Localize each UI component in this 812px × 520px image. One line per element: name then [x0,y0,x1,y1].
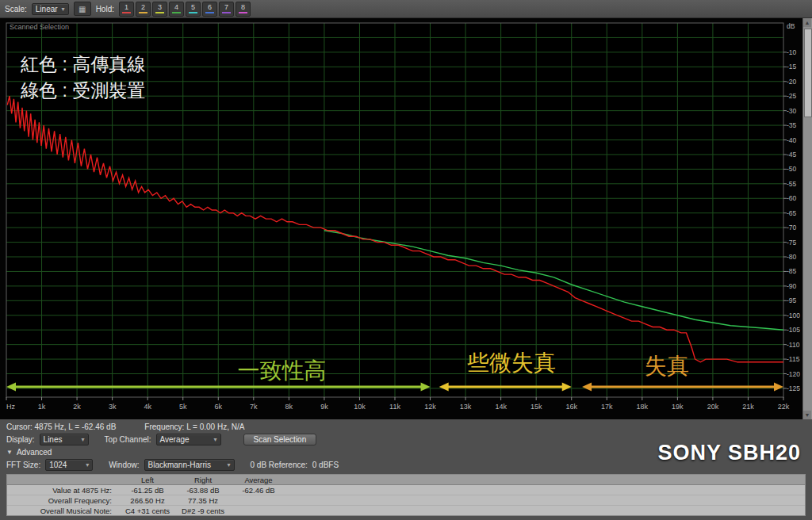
expand-triangle-icon: ▼ [6,449,13,456]
svg-text:-25: -25 [787,92,797,100]
scroll-down-icon[interactable]: ▼ [803,411,811,419]
fft-size-value: 1024 [49,461,67,469]
svg-text:-120: -120 [787,370,800,378]
svg-text:-45: -45 [787,151,797,159]
chevron-down-icon: ▾ [82,436,85,443]
svg-text:-125: -125 [787,384,800,392]
annotation-label: 失真 [645,354,689,378]
reference-value: 0 dBFS [312,461,339,469]
table-cell: C4 +31 cents [120,507,175,515]
svg-text:3k: 3k [109,403,117,411]
table-row: Overall Frequency: 266.50 Hz 77.35 Hz [7,495,805,506]
svg-text:6k: 6k [215,403,223,411]
svg-text:-110: -110 [787,341,800,349]
scroll-up-icon[interactable]: ▲ [803,18,811,27]
hold-color-swatch [205,12,214,13]
device-name-watermark: SONY SBH20 [657,441,801,465]
spectrum-plot[interactable]: Hz1k2k3k4k5k6k7k8k9k10k11k12k13k14k15k16… [0,18,812,419]
display-select[interactable]: Lines ▾ [40,434,89,445]
display-value: Lines [44,435,63,444]
svg-text:-85: -85 [787,267,797,275]
hold-button-5[interactable]: 5 [186,2,201,17]
svg-text:-70: -70 [787,224,797,231]
svg-text:20k: 20k [707,403,719,411]
chevron-down-icon: ▾ [228,461,231,468]
top-channel-select[interactable]: Average ▾ [156,434,221,445]
scanned-selection-label: Scanned Selection [10,23,69,31]
scale-value: Linear [36,5,58,13]
svg-text:21k: 21k [742,403,754,411]
svg-text:-60: -60 [787,194,797,202]
svg-text:-55: -55 [787,180,797,188]
hold-button-6[interactable]: 6 [202,2,217,17]
reference-label: 0 dB Reference: [251,461,308,469]
svg-text:-30: -30 [787,107,797,115]
table-header-right: Right [175,476,231,484]
hold-button-7[interactable]: 7 [219,2,234,17]
table-header-row: Left Right Average [7,475,805,485]
svg-text:-90: -90 [787,282,797,290]
table-header-average: Average [231,476,286,484]
svg-text:5k: 5k [179,403,187,411]
svg-text:-65: -65 [787,209,797,217]
hold-color-swatch [155,12,164,13]
scale-select[interactable]: Linear ▾ [32,3,69,15]
svg-text:Hz: Hz [6,403,15,411]
scale-label: Scale: [5,5,27,13]
svg-text:1k: 1k [38,403,46,411]
copy-graph-button[interactable]: ▦ [74,2,91,16]
table-cell: -61.25 dB [120,486,175,495]
table-cell: 266.50 Hz [120,496,175,505]
fft-size-select[interactable]: 1024 ▾ [45,459,93,471]
svg-text:-115: -115 [787,355,800,363]
scrollbar-thumb[interactable] [804,29,812,117]
window-select[interactable]: Blackmann-Harris ▾ [144,459,235,471]
hold-button-2[interactable]: 2 [136,2,151,17]
row-label: Value at 4875 Hz: [7,486,120,495]
hold-color-swatch [239,12,247,13]
results-table: Left Right Average Value at 4875 Hz: -61… [6,474,806,516]
svg-text:19k: 19k [672,403,684,411]
svg-text:-75: -75 [787,239,797,247]
svg-text:-20: -20 [787,78,797,86]
hold-button-4[interactable]: 4 [169,2,184,17]
hold-label: Hold: [96,5,114,13]
cursor-readout: Cursor: 4875 Hz, L = -62.46 dB [6,422,116,431]
vertical-scrollbar[interactable]: ▲ ▼ [802,18,812,419]
svg-text:4k: 4k [144,403,151,411]
scan-selection-button[interactable]: Scan Selection [243,434,317,445]
hold-button-3[interactable]: 3 [152,2,167,17]
hold-color-swatch [222,12,231,13]
window-value: Blackmann-Harris [148,461,211,469]
svg-text:-105: -105 [787,326,800,334]
table-row: Overall Musical Note: C4 +31 cents D#2 -… [7,506,805,515]
table-header-left: Left [120,476,175,484]
row-label: Overall Frequency: [7,496,120,505]
svg-text:-10: -10 [787,48,797,56]
table-cell: -63.88 dB [175,486,231,495]
hold-buttons: 12345678 [119,2,251,17]
legend-red-line: 紅色 : 高傳真線 [21,54,145,75]
hold-color-swatch [189,12,197,13]
hold-button-1[interactable]: 1 [119,2,134,17]
svg-text:-50: -50 [787,165,797,173]
svg-text:12k: 12k [424,403,436,411]
table-row: Value at 4875 Hz: -61.25 dB -63.88 dB -6… [7,485,805,495]
advanced-label: Advanced [17,448,52,457]
svg-text:17k: 17k [601,403,613,411]
hold-color-swatch [172,12,181,13]
toolbar: Scale: Linear ▾ ▦ Hold: 12345678 [0,0,812,18]
hold-color-swatch [139,12,147,13]
chevron-down-icon: ▾ [86,461,89,468]
frequency-analysis-window: Scale: Linear ▾ ▦ Hold: 12345678 Hz1k2k3… [0,0,812,520]
graph-copy-icon: ▦ [79,5,86,13]
table-cell: 77.35 Hz [175,496,231,505]
svg-text:dB: dB [787,22,795,30]
row-label: Overall Musical Note: [7,507,120,515]
annotation-label: 些微失真 [467,350,556,375]
svg-text:16k: 16k [565,403,577,411]
svg-text:10k: 10k [354,403,366,411]
svg-text:-40: -40 [787,136,797,144]
hold-button-8[interactable]: 8 [236,2,251,17]
fft-size-label: FFT Size: [6,461,40,469]
